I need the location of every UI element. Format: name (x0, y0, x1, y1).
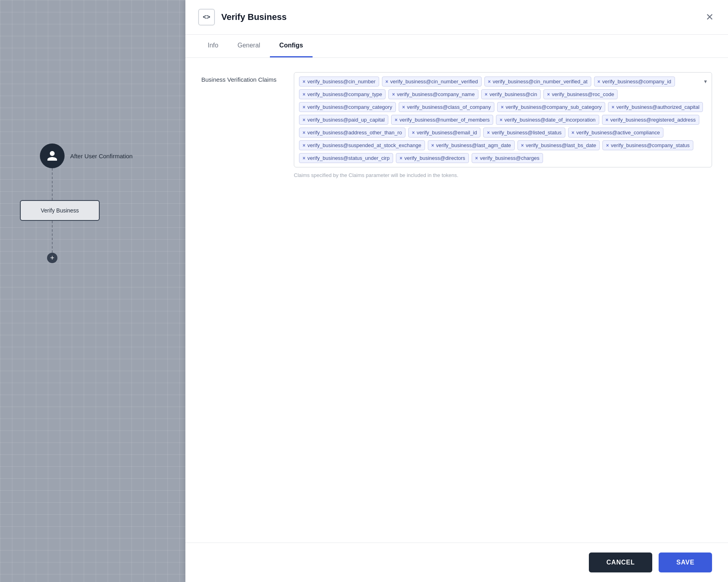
tag-remove-button[interactable]: × (303, 143, 305, 148)
tag-remove-button[interactable]: × (399, 156, 402, 161)
tag-item: ×verify_business@last_agm_date (428, 140, 515, 150)
tag-remove-button[interactable]: × (521, 143, 524, 148)
tag-item: ×verify_business@address_other_than_ro (299, 128, 405, 138)
tag-remove-button[interactable]: × (547, 92, 550, 97)
tag-remove-button[interactable]: × (412, 130, 415, 135)
tag-item: ×verify_business@suspended_at_stock_exch… (299, 140, 425, 150)
panel-header-left: <> Verify Business (198, 9, 287, 26)
tag-item: ×verify_business@charges (472, 153, 543, 163)
tag-item: ×verify_business@company_id (594, 77, 675, 87)
tag-remove-button[interactable]: × (402, 105, 405, 110)
tag-remove-button[interactable]: × (395, 118, 397, 122)
tag-remove-button[interactable]: × (612, 105, 614, 110)
close-button[interactable]: ✕ (704, 11, 715, 24)
verify-node[interactable]: Verify Business (20, 200, 100, 221)
dropdown-arrow-icon[interactable]: ▾ (704, 78, 707, 85)
field-value-claims: ×verify_business@cin_number×verify_busin… (294, 72, 712, 178)
tag-label: verify_business@authorized_capital (616, 104, 699, 110)
tag-item: ×verify_business@cin_number_verified (382, 77, 482, 87)
tag-remove-button[interactable]: × (303, 156, 305, 161)
tag-label: verify_business@cin_number_verified (390, 79, 478, 85)
tag-label: verify_business@class_of_company (407, 104, 491, 110)
tag-item: ×verify_business@cin (481, 89, 541, 99)
tag-item: ×verify_business@paid_up_capital (299, 115, 388, 125)
tag-label: verify_business@active_compliance (576, 130, 660, 136)
tag-label: verify_business@number_of_members (399, 117, 490, 123)
tag-label: verify_business@status_under_cirp (307, 155, 390, 161)
tag-remove-button[interactable]: × (386, 79, 388, 84)
tag-label: verify_business@company_id (602, 79, 671, 85)
add-node-button[interactable]: + (47, 253, 57, 263)
tag-remove-button[interactable]: × (501, 105, 504, 110)
helper-text: Claims specified by the Claims parameter… (294, 172, 712, 178)
tag-label: verify_business@listed_status (492, 130, 562, 136)
tag-remove-button[interactable]: × (303, 130, 305, 135)
tag-item: ×verify_business@directors (396, 153, 469, 163)
tag-remove-button[interactable]: × (392, 92, 395, 97)
user-icon (46, 150, 58, 162)
tag-remove-button[interactable]: × (303, 92, 305, 97)
tag-remove-button[interactable]: × (475, 156, 478, 161)
panel-header: <> Verify Business ✕ (185, 0, 728, 35)
tag-label: verify_business@cin_number_verified_at (493, 79, 588, 85)
tag-remove-button[interactable]: × (598, 79, 600, 84)
tag-label: verify_business@address_other_than_ro (307, 130, 402, 136)
tag-label: verify_business@registered_address (610, 117, 696, 123)
connector-line-1 (52, 168, 53, 200)
tag-remove-button[interactable]: × (431, 143, 434, 148)
field-label-claims: Business Verification Claims (201, 72, 281, 83)
code-icon: <> (198, 9, 215, 26)
tag-item: ×verify_business@authorized_capital (608, 102, 703, 112)
tag-remove-button[interactable]: × (572, 130, 575, 135)
tag-label: verify_business@company_category (307, 104, 392, 110)
tag-item: ×verify_business@company_sub_category (497, 102, 605, 112)
panel-body: Business Verification Claims ×verify_bus… (185, 58, 728, 543)
tag-remove-button[interactable]: × (485, 92, 488, 97)
field-row-claims: Business Verification Claims ×verify_bus… (201, 72, 712, 178)
connector-line-2 (52, 221, 53, 253)
cancel-button[interactable]: CANCEL (589, 553, 652, 572)
tag-item: ×verify_business@company_status (602, 140, 693, 150)
tag-label: verify_business@roc_code (552, 91, 614, 97)
tag-remove-button[interactable]: × (606, 118, 608, 122)
tag-item: ×verify_business@company_type (299, 89, 386, 99)
tag-label: verify_business@company_type (307, 91, 382, 97)
tag-label: verify_business@company_status (611, 142, 689, 148)
tag-remove-button[interactable]: × (487, 130, 490, 135)
tag-label: verify_business@suspended_at_stock_excha… (307, 142, 421, 148)
tag-item: ×verify_business@cin_number (299, 77, 379, 87)
tag-label: verify_business@charges (480, 155, 539, 161)
tag-item: ×verify_business@date_of_incorporation (496, 115, 599, 125)
tag-item: ×verify_business@roc_code (543, 89, 618, 99)
tag-remove-button[interactable]: × (303, 79, 305, 84)
tag-label: verify_business@email_id (417, 130, 477, 136)
tag-item: ×verify_business@number_of_members (391, 115, 493, 125)
tag-item: ×verify_business@status_under_cirp (299, 153, 393, 163)
tag-remove-button[interactable]: × (303, 118, 305, 122)
tag-item: ×verify_business@active_compliance (568, 128, 664, 138)
side-panel: <> Verify Business ✕ Info General Config… (185, 0, 728, 582)
tag-label: verify_business@last_agm_date (436, 142, 511, 148)
tab-general[interactable]: General (228, 35, 270, 57)
tag-label: verify_business@company_sub_category (506, 104, 602, 110)
tag-remove-button[interactable]: × (303, 105, 305, 110)
tag-item: ×verify_business@class_of_company (399, 102, 494, 112)
tab-info[interactable]: Info (198, 35, 228, 57)
user-node-label: After User Confirmation (70, 153, 133, 159)
tag-remove-button[interactable]: × (606, 143, 609, 148)
save-button[interactable]: SAVE (659, 553, 712, 572)
user-node: After User Confirmation (40, 144, 133, 168)
tag-label: verify_business@company_name (397, 91, 474, 97)
tag-remove-button[interactable]: × (488, 79, 491, 84)
tabs-bar: Info General Configs (185, 35, 728, 58)
tag-item: ×verify_business@company_name (388, 89, 478, 99)
tags-container[interactable]: ×verify_business@cin_number×verify_busin… (294, 72, 712, 167)
tag-remove-button[interactable]: × (500, 118, 502, 122)
tag-item: ×verify_business@cin_number_verified_at (484, 77, 591, 87)
tab-configs[interactable]: Configs (270, 35, 313, 57)
tag-item: ×verify_business@company_category (299, 102, 396, 112)
verify-node-label: Verify Business (41, 207, 79, 214)
tag-label: verify_business@cin_number (307, 79, 376, 85)
tags-wrapper: ×verify_business@cin_number×verify_busin… (299, 77, 707, 163)
panel-footer: CANCEL SAVE (185, 543, 728, 582)
